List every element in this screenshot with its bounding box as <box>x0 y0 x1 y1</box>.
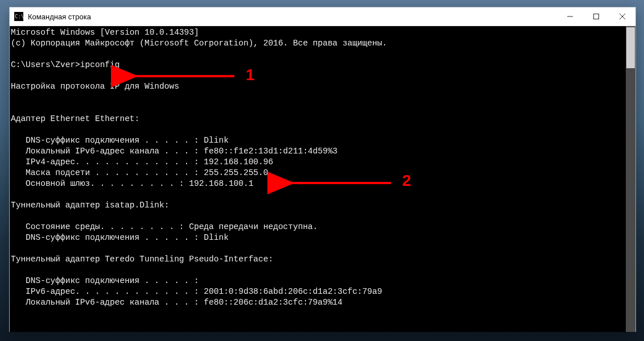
a2-state-label: Состояние среды. . . . . . . . : <box>11 222 189 231</box>
a3-ipv6: 2001:0:9d38:6abd:206c:d1a2:3cfc:79a9 <box>204 287 382 296</box>
a1-gateway: 192.168.100.1 <box>189 179 253 188</box>
a1-ipv4-label: IPv4-адрес. . . . . . . . . . . . : <box>11 157 204 167</box>
a3-ipv6-local-label: Локальный IPv6-адрес канала . . . : <box>11 298 204 307</box>
banner-line-1: Microsoft Windows [Version 10.0.14393] <box>11 28 199 37</box>
a3-ipv6-local: fe80::206c:d1a2:3cfc:79a9%14 <box>204 298 342 307</box>
maximize-icon <box>593 14 599 19</box>
maximize-button[interactable] <box>583 7 609 26</box>
adapter3-title: Туннельный адаптер Teredo Tunneling Pseu… <box>11 255 273 264</box>
window-controls <box>557 7 635 26</box>
a1-mask: 255.255.255.0 <box>204 168 268 177</box>
a3-ipv6-label: IPv6-адрес. . . . . . . . . . . . : <box>11 287 204 296</box>
close-button[interactable] <box>609 7 635 26</box>
banner-line-2: (c) Корпорация Майкрософт (Microsoft Cor… <box>11 39 387 48</box>
window-title: Командная строка <box>28 13 557 21</box>
a2-state: Среда передачи недоступна. <box>189 222 317 231</box>
console-output: Microsoft Windows [Version 10.0.14393] (… <box>11 27 625 332</box>
a3-dns-suffix-label: DNS-суффикс подключения . . . . . : <box>11 276 199 285</box>
command: ipconfig <box>80 60 120 69</box>
scrollbar-thumb[interactable] <box>626 27 635 68</box>
cmd-window: Командная строка Microsoft Windows [Vers… <box>9 7 636 332</box>
a2-dns-suffix-label: DNS-суффикс подключения . . . . . : <box>11 233 204 242</box>
adapter1-title: Адаптер Ethernet Ethernet: <box>11 114 139 123</box>
svg-rect-1 <box>594 14 599 19</box>
minimize-icon <box>567 14 573 19</box>
close-icon <box>620 14 625 19</box>
a1-dns-suffix-label: DNS-суффикс подключения . . . . . : <box>11 136 204 145</box>
a1-mask-label: Маска подсети . . . . . . . . . . : <box>11 168 204 177</box>
a1-ipv6-local-label: Локальный IPv6-адрес канала . . . : <box>11 147 204 156</box>
titlebar[interactable]: Командная строка <box>10 7 635 26</box>
scrollbar[interactable] <box>626 26 635 332</box>
cmd-icon <box>14 12 23 21</box>
a1-ipv4: 192.168.100.96 <box>204 157 273 167</box>
minimize-button[interactable] <box>557 7 583 26</box>
console-client[interactable]: Microsoft Windows [Version 10.0.14393] (… <box>10 26 635 332</box>
a1-gateway-label: Основной шлюз. . . . . . . . . : <box>11 179 189 188</box>
ipconfig-heading: Настройка протокола IP для Windows <box>11 82 179 91</box>
prompt: C:\Users\Zver> <box>11 60 80 69</box>
a1-ipv6-local: fe80::f1e2:13d1:d211:4d59%3 <box>204 147 337 156</box>
a1-dns-suffix: Dlink <box>204 136 229 145</box>
adapter2-title: Туннельный адаптер isatap.Dlink: <box>11 201 169 210</box>
a2-dns-suffix: Dlink <box>204 233 229 242</box>
